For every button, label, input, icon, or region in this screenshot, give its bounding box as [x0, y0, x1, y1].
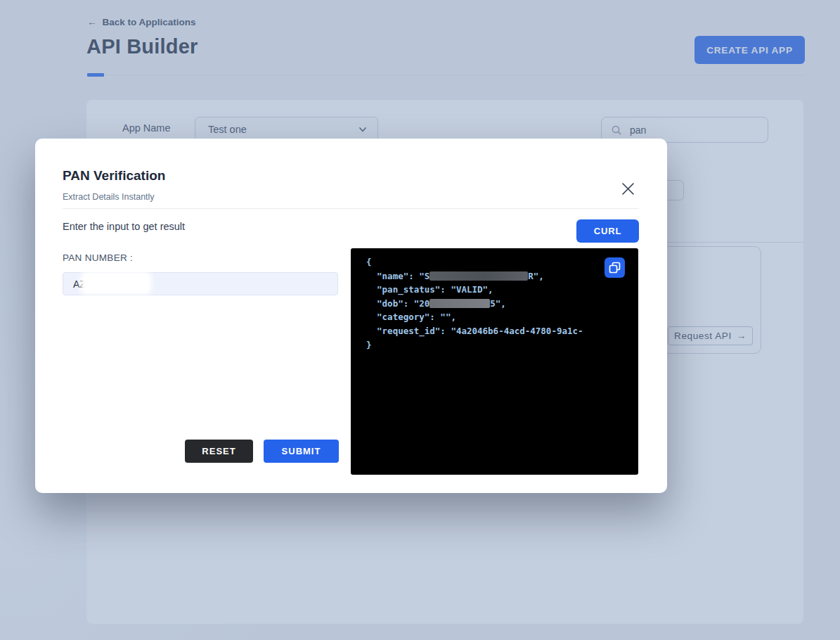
input-prompt: Enter the input to get result — [63, 221, 185, 232]
modal-title: PAN Verification — [63, 168, 165, 184]
modal-divider — [63, 208, 639, 209]
response-code-block: { "name": "SR", "pan_status": "VALID", "… — [351, 248, 638, 475]
pan-verification-modal: PAN Verification Extract Details Instant… — [35, 139, 667, 493]
pan-number-redaction — [83, 274, 149, 293]
modal-subtitle: Extract Details Instantly — [63, 192, 155, 202]
copy-icon[interactable] — [605, 257, 625, 278]
code-content: { "name": "SR", "pan_status": "VALID", "… — [366, 255, 638, 352]
reset-button[interactable]: RESET — [185, 440, 253, 463]
close-icon[interactable] — [619, 179, 637, 198]
pan-number-label: PAN NUMBER : — [63, 252, 133, 263]
submit-button[interactable]: SUBMIT — [264, 440, 339, 463]
curl-button[interactable]: CURL — [576, 219, 639, 243]
page-root: ← Back to Applications API Builder CREAT… — [0, 0, 840, 640]
